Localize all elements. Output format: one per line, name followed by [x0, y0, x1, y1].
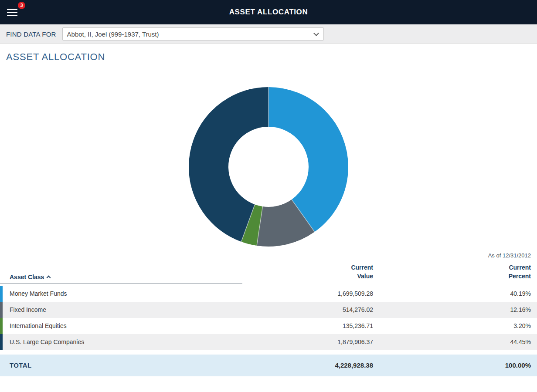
current-value-cell: 135,236.71 — [242, 322, 379, 329]
current-percent-header: Current Percent — [379, 263, 537, 284]
table-row: International Equities 135,236.71 3.20% — [0, 318, 537, 334]
find-data-label: FIND DATA FOR — [6, 30, 56, 38]
current-value-header: Current Value — [242, 263, 379, 284]
asset-class-header-label: Asset Class — [10, 274, 44, 280]
hamburger-icon — [7, 9, 22, 16]
asset-class-cell: Money Market Funds — [3, 290, 242, 297]
as-of-date: As of 12/31/2012 — [0, 252, 537, 259]
table-header: Asset Class Current Value Current Percen… — [0, 263, 537, 286]
total-row: TOTAL 4,228,928.38 100.00% — [0, 355, 537, 376]
total-label: TOTAL — [0, 362, 242, 369]
asset-class-cell: U.S. Large Cap Companies — [3, 338, 242, 345]
donut-chart-svg — [186, 84, 351, 250]
account-select[interactable]: Abbot, II, Joel (999-1937, Trust) — [62, 27, 324, 41]
account-select-wrap: Abbot, II, Joel (999-1937, Trust) — [62, 27, 324, 41]
asset-allocation-page: 3 ASSET ALLOCATION FIND DATA FOR Abbot, … — [0, 0, 537, 392]
page-title: ASSET ALLOCATION — [6, 51, 531, 63]
notification-badge: 3 — [18, 2, 25, 9]
asset-class-cell: International Equities — [3, 322, 242, 329]
app-title: ASSET ALLOCATION — [0, 8, 537, 17]
total-current-value: 4,228,928.38 — [242, 362, 379, 369]
current-percent-cell: 44.45% — [379, 338, 537, 345]
current-percent-cell: 3.20% — [379, 322, 537, 329]
sort-asset-class-header[interactable]: Asset Class — [0, 274, 242, 284]
current-value-cell: 1,699,509.28 — [242, 290, 379, 297]
main-content: ASSET ALLOCATION As of 12/31/2012 Asset … — [0, 51, 537, 376]
total-current-percent: 100.00% — [379, 362, 537, 369]
table-row: U.S. Large Cap Companies 1,879,906.37 44… — [0, 334, 537, 350]
table-row: Fixed Income 514,276.02 12.16% — [0, 302, 537, 318]
current-percent-cell: 12.16% — [379, 306, 537, 313]
menu-button[interactable]: 3 — [7, 6, 22, 19]
table-row: Money Market Funds 1,699,509.28 40.19% — [0, 286, 537, 302]
current-percent-cell: 40.19% — [379, 290, 537, 297]
find-data-bar: FIND DATA FOR Abbot, II, Joel (999-1937,… — [0, 24, 537, 44]
asset-allocation-table: Asset Class Current Value Current Percen… — [0, 263, 537, 376]
top-bar: 3 ASSET ALLOCATION — [0, 0, 537, 24]
asset-allocation-donut-chart — [0, 84, 537, 250]
asset-class-cell: Fixed Income — [3, 306, 242, 313]
current-value-cell: 514,276.02 — [242, 306, 379, 313]
sort-ascending-icon — [47, 275, 51, 280]
current-value-cell: 1,879,906.37 — [242, 338, 379, 345]
